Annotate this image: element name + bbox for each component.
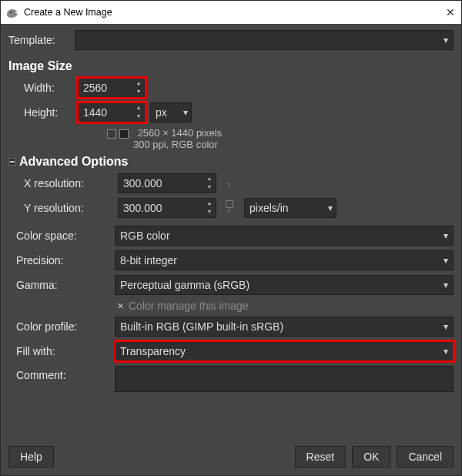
ok-button[interactable]: OK xyxy=(352,446,390,468)
color-profile-label: Color profile: xyxy=(8,320,115,333)
yres-value: 300.000 xyxy=(123,202,205,214)
precision-select[interactable]: 8-bit integer xyxy=(115,250,454,270)
image-info: 2560 × 1440 pixels xyxy=(107,127,454,139)
xres-spinner[interactable]: ▴▾ xyxy=(205,175,214,192)
template-label: Template: xyxy=(8,34,75,46)
xres-label: X resolution: xyxy=(24,177,115,189)
chevron-down-icon xyxy=(444,35,448,45)
checkbox-icon: ✕ xyxy=(115,300,126,311)
comment-input[interactable] xyxy=(115,366,454,392)
landscape-icon[interactable] xyxy=(119,129,129,139)
chevron-down-icon xyxy=(444,255,448,266)
color-manage-row[interactable]: ✕ Color manage this image xyxy=(115,300,454,312)
dialog-window: Create a New Image ✕ Template: Image Siz… xyxy=(0,0,462,476)
width-label: Width: xyxy=(24,82,78,94)
res-unit-value: pixels/in xyxy=(249,202,289,214)
color-manage-label: Color manage this image xyxy=(129,300,249,312)
yres-input[interactable]: 300.000 ▴▾ xyxy=(118,198,216,218)
resolution-grid: X resolution: 300.000 ▴▾ ┐ Y resolution:… xyxy=(24,173,454,218)
fill-with-select[interactable]: Transparency xyxy=(115,341,454,361)
chevron-down-icon xyxy=(444,230,448,241)
yres-spinner[interactable]: ▴▾ xyxy=(205,199,214,216)
xres-input[interactable]: 300.000 ▴▾ xyxy=(118,173,216,193)
chevron-down-icon xyxy=(183,107,188,118)
advanced-grid: Color space: RGB color Precision: 8-bit … xyxy=(8,226,454,392)
svg-point-0 xyxy=(10,12,12,13)
size-unit-select[interactable]: px xyxy=(150,102,192,122)
chevron-down-icon xyxy=(328,203,333,213)
chevron-down-icon xyxy=(444,346,448,357)
width-input[interactable]: 2560 ▴▾ xyxy=(78,78,146,98)
window-title: Create a New Image xyxy=(24,7,424,18)
portrait-icon[interactable] xyxy=(107,129,116,139)
image-ppi-text: 300 ppi, RGB color xyxy=(133,139,454,150)
gamma-select[interactable]: Perceptual gamma (sRGB) xyxy=(115,275,454,295)
gamma-value: Perceptual gamma (sRGB) xyxy=(120,279,249,291)
width-spinner[interactable]: ▴▾ xyxy=(134,79,143,96)
advanced-title: Advanced Options xyxy=(19,155,128,169)
chevron-down-icon xyxy=(444,280,448,290)
dialog-body: Template: Image Size Width: 2560 ▴▾ Heig… xyxy=(1,24,461,475)
reset-button[interactable]: Reset xyxy=(295,446,346,468)
height-label: Height: xyxy=(24,106,78,119)
color-space-value: RGB color xyxy=(120,230,170,242)
close-icon[interactable]: ✕ xyxy=(424,6,455,18)
res-link-column: ┐ xyxy=(223,179,236,187)
height-input[interactable]: 1440 ▴▾ xyxy=(78,102,146,122)
res-link-column[interactable]: ┘ xyxy=(223,200,236,216)
cancel-button[interactable]: Cancel xyxy=(397,446,454,468)
button-bar: Help Reset OK Cancel xyxy=(8,446,454,468)
color-profile-select[interactable]: Built-in RGB (GIMP built-in sRGB) xyxy=(115,317,454,337)
template-row: Template: xyxy=(8,30,454,50)
collapse-icon xyxy=(8,158,16,166)
height-row: Height: 1440 ▴▾ px xyxy=(8,102,454,122)
fill-with-value: Transparency xyxy=(120,345,186,357)
image-size-header: Image Size xyxy=(8,59,454,73)
xres-value: 300.000 xyxy=(123,177,205,189)
height-spinner[interactable]: ▴▾ xyxy=(134,104,143,121)
width-value: 2560 xyxy=(83,82,134,94)
res-unit-select[interactable]: pixels/in xyxy=(244,198,336,218)
titlebar: Create a New Image ✕ xyxy=(1,1,461,24)
yres-label: Y resolution: xyxy=(24,202,115,214)
color-space-select[interactable]: RGB color xyxy=(115,226,454,246)
image-dims-text: 2560 × 1440 pixels xyxy=(138,127,223,139)
height-value: 1440 xyxy=(83,106,134,119)
help-button[interactable]: Help xyxy=(8,446,54,468)
template-select[interactable] xyxy=(75,30,454,50)
width-row: Width: 2560 ▴▾ xyxy=(8,78,454,98)
comment-label: Comment: xyxy=(8,366,115,381)
size-unit-value: px xyxy=(156,106,167,119)
gamma-label: Gamma: xyxy=(8,279,115,291)
color-profile-value: Built-in RGB (GIMP built-in sRGB) xyxy=(120,320,283,333)
precision-label: Precision: xyxy=(8,254,115,266)
advanced-header[interactable]: Advanced Options xyxy=(8,155,454,169)
app-icon xyxy=(5,5,19,19)
color-space-label: Color space: xyxy=(8,230,115,242)
fill-with-label: Fill with: xyxy=(8,345,115,357)
precision-value: 8-bit integer xyxy=(120,254,177,266)
chevron-down-icon xyxy=(444,321,448,332)
